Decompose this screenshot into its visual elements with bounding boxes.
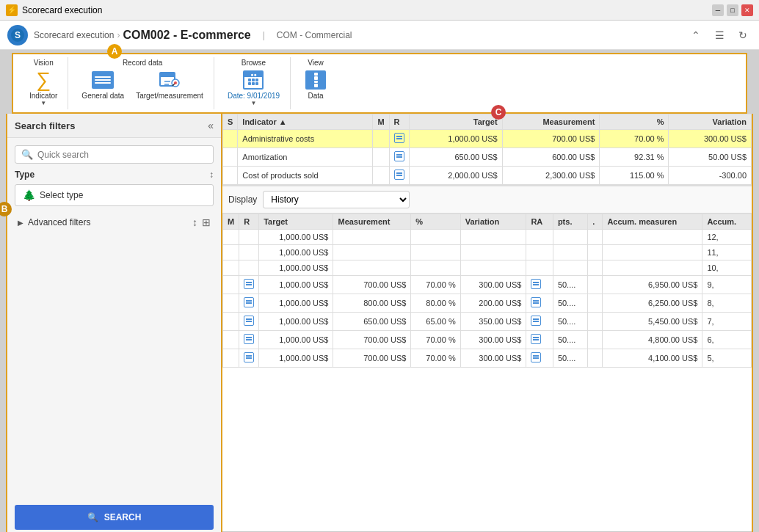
select-type-button[interactable]: 🌲 Select type [15, 184, 214, 206]
cell-target: 650.00 US$ [409, 148, 502, 167]
app-logo: S [7, 25, 28, 45]
advanced-filters[interactable]: ▶ Advanced filters ↕ ⊞ [15, 212, 214, 233]
data-button[interactable]: Data [301, 67, 330, 101]
cell-indicator: Amortization [238, 148, 373, 167]
cell-indicator: Cost of products sold [238, 167, 373, 185]
indicator-button[interactable]: ∑ Indicator ▼ [26, 67, 60, 108]
indicator-label: Indicator [29, 92, 57, 100]
hcol-accum: Accum. [702, 214, 752, 230]
date-icon: ●● [242, 68, 265, 92]
adv-arrow-icon: ▶ [18, 219, 23, 227]
browse-group-label: Browse [242, 59, 266, 67]
collapse-button[interactable]: ⌃ [687, 26, 705, 44]
search-btn-label: SEARCH [104, 512, 142, 522]
cell-m [373, 130, 389, 148]
hcol-dot: . [588, 214, 603, 230]
col-variation: Variation [669, 114, 752, 130]
table-row[interactable]: Administrative costs 1,000.00 US$ 700.00… [223, 130, 752, 148]
quick-search-input[interactable] [37, 150, 207, 160]
main-table: S Indicator ▲ M R Target Measurement % V… [222, 114, 752, 186]
hcol-measurement: Measurement [333, 214, 411, 230]
cell-s [223, 167, 238, 185]
app-icon: ⚡ [6, 4, 18, 16]
cell-pct: 92.31 % [600, 148, 669, 167]
history-row[interactable]: 1,000.00 US$ 800.00 US$ 80.00 % 200.00 U… [223, 294, 752, 313]
col-target: Target [409, 114, 502, 130]
history-row[interactable]: 1,000.00 US$ 700.00 US$ 70.00 % 300.00 U… [223, 276, 752, 294]
type-label: Type [15, 170, 34, 180]
cell-pct: 70.00 % [600, 130, 669, 148]
col-indicator[interactable]: Indicator ▲ [238, 114, 373, 130]
toolbar-group-record: Record data General data [71, 57, 214, 109]
hcol-r: R [239, 214, 259, 230]
table-row[interactable]: Amortization 650.00 US$ 600.00 US$ 92.31… [223, 148, 752, 167]
cell-target: 1,000.00 US$ [409, 130, 502, 148]
cell-measurement: 700.00 US$ [502, 130, 600, 148]
target-icon [158, 68, 181, 92]
hcol-target: Target [259, 214, 333, 230]
search-body: 🔍 Type ↕ 🌲 Select type ▶ Advanced filter… [7, 138, 221, 532]
main-header: S Scorecard execution › COM002 - E-comme… [0, 21, 759, 50]
target-measurement-button[interactable]: Target/measurement [133, 67, 206, 101]
search-button[interactable]: 🔍 SEARCH [15, 505, 214, 530]
view-group-label: View [308, 59, 324, 67]
toolbar-group-browse: Browse ●● Date: 9/01/2019 ▼ [217, 57, 291, 109]
breadcrumb-app: Scorecard execution [34, 30, 114, 40]
date-label: Date: 9/01/2019 [228, 92, 280, 100]
type-section: Type ↕ 🌲 Select type [15, 170, 214, 206]
type-sort-icon[interactable]: ↕ [209, 170, 214, 180]
history-row[interactable]: 1,000.00 US$ 11, [223, 245, 752, 260]
target-label: Target/measurement [136, 92, 203, 100]
date-button[interactable]: ●● Date: 9/01/2019 ▼ [225, 67, 283, 108]
svg-point-8 [174, 81, 177, 84]
col-m: M [373, 114, 389, 130]
minimize-button[interactable]: ─ [712, 4, 724, 16]
cell-variation: -300.00 [669, 167, 752, 185]
search-icon: 🔍 [21, 149, 33, 160]
record-group-label: Record data [123, 59, 162, 67]
refresh-button[interactable]: ↻ [734, 26, 752, 44]
svg-rect-3 [160, 73, 175, 77]
hcol-ra: RA [526, 214, 553, 230]
type-header: Type ↕ [15, 170, 214, 180]
svg-text:S: S [15, 30, 21, 40]
indicator-icon: ∑ [32, 68, 55, 92]
cell-indicator: Administrative costs [238, 130, 373, 148]
cell-pct: 115.00 % [600, 167, 669, 185]
maximize-button[interactable]: □ [727, 4, 738, 16]
general-label: General data [81, 92, 124, 100]
cell-r [389, 148, 409, 167]
search-title: Search filters [15, 120, 75, 131]
adv-label: Advanced filters [28, 217, 90, 227]
list-button[interactable]: ☰ [711, 26, 728, 44]
data-panel: S Indicator ▲ M R Target Measurement % V… [222, 114, 753, 532]
display-select[interactable]: History Detail Summary [263, 191, 410, 208]
hcol-pts: pts. [553, 214, 587, 230]
history-row[interactable]: 1,000.00 US$ 700.00 US$ 70.00 % 300.00 U… [223, 349, 752, 368]
adv-sort-icon[interactable]: ↕ [192, 216, 197, 228]
history-row[interactable]: 1,000.00 US$ 650.00 US$ 65.00 % 350.00 U… [223, 313, 752, 331]
search-collapse-button[interactable]: « [208, 120, 214, 131]
history-row[interactable]: 1,000.00 US$ 10, [223, 260, 752, 276]
display-label: Display [228, 194, 257, 205]
content-area: B C Search filters « 🔍 Type ↕ 🌲 Select t… [0, 114, 759, 532]
close-button[interactable]: ✕ [741, 4, 753, 16]
adv-add-icon[interactable]: ⊞ [202, 216, 211, 228]
cell-measurement: 600.00 US$ [502, 148, 600, 167]
title-bar-text: Scorecard execution [22, 5, 102, 15]
col-r: R [389, 114, 409, 130]
general-data-button[interactable]: General data [79, 67, 127, 101]
history-table-wrap[interactable]: M R Target Measurement % Variation RA pt… [222, 214, 752, 531]
hcol-pct: % [411, 214, 460, 230]
hcol-accum-m: Accum. measuren [603, 214, 702, 230]
history-row[interactable]: 1,000.00 US$ 700.00 US$ 70.00 % 300.00 U… [223, 331, 752, 349]
table-row[interactable]: Cost of products sold 2,000.00 US$ 2,300… [223, 167, 752, 185]
history-row[interactable]: 1,000.00 US$ 12, [223, 230, 752, 245]
display-row: Display History Detail Summary [222, 186, 752, 214]
breadcrumb: Scorecard execution › COM002 - E-commerc… [34, 29, 251, 42]
cell-r [389, 130, 409, 148]
cell-variation: 300.00 US$ [669, 130, 752, 148]
header-sub: COM - Commercial [277, 30, 352, 40]
toolbar-group-vision: Vision ∑ Indicator ▼ [19, 57, 68, 109]
type-btn-label: Select type [40, 190, 83, 200]
